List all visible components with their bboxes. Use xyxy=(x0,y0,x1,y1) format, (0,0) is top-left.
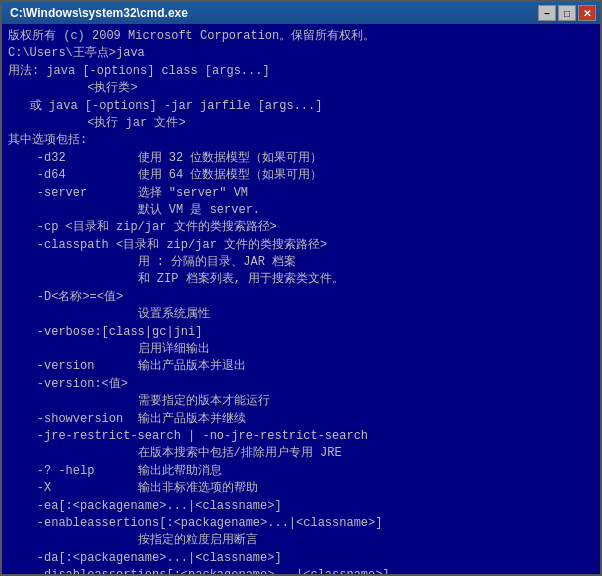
terminal-line: 和 ZIP 档案列表, 用于搜索类文件。 xyxy=(8,271,594,288)
terminal-line: -server 选择 "server" VM xyxy=(8,185,594,202)
window-controls: – □ ✕ xyxy=(538,5,596,21)
terminal-line: 启用详细输出 xyxy=(8,341,594,358)
terminal-line: -d32 使用 32 位数据模型（如果可用） xyxy=(8,150,594,167)
terminal-line: -D<名称>=<值> xyxy=(8,289,594,306)
terminal-line: -disableassertions[:<packagename>...|<cl… xyxy=(8,567,594,574)
terminal-line: 用 : 分隔的目录、JAR 档案 xyxy=(8,254,594,271)
minimize-button[interactable]: – xyxy=(538,5,556,21)
terminal-line: <执行 jar 文件> xyxy=(8,115,594,132)
terminal-line: 需要指定的版本才能运行 xyxy=(8,393,594,410)
terminal-output: 版权所有 (c) 2009 Microsoft Corporation。保留所有… xyxy=(2,24,600,574)
terminal-line: 其中选项包括: xyxy=(8,132,594,149)
terminal-line: -showversion 输出产品版本并继续 xyxy=(8,411,594,428)
terminal-line: 默认 VM 是 server. xyxy=(8,202,594,219)
terminal-line: -ea[:<packagename>...|<classname>] xyxy=(8,498,594,515)
terminal-line: 或 java [-options] -jar jarfile [args...] xyxy=(8,98,594,115)
terminal-line: C:\Users\王亭点>java xyxy=(8,45,594,62)
terminal-line: <执行类> xyxy=(8,80,594,97)
terminal-line: 设置系统属性 xyxy=(8,306,594,323)
terminal-line: 版权所有 (c) 2009 Microsoft Corporation。保留所有… xyxy=(8,28,594,45)
cmd-window: C:\Windows\system32\cmd.exe – □ ✕ 版权所有 (… xyxy=(0,0,602,576)
terminal-line: -d64 使用 64 位数据模型（如果可用） xyxy=(8,167,594,184)
terminal-line: 在版本搜索中包括/排除用户专用 JRE xyxy=(8,445,594,462)
terminal-line: 用法: java [-options] class [args...] xyxy=(8,63,594,80)
terminal-line: -? -help 输出此帮助消息 xyxy=(8,463,594,480)
window-title: C:\Windows\system32\cmd.exe xyxy=(10,6,188,20)
restore-button[interactable]: □ xyxy=(558,5,576,21)
title-bar: C:\Windows\system32\cmd.exe – □ ✕ xyxy=(2,2,600,24)
terminal-line: -version:<值> xyxy=(8,376,594,393)
terminal-line: -classpath <目录和 zip/jar 文件的类搜索路径> xyxy=(8,237,594,254)
terminal-line: -cp <目录和 zip/jar 文件的类搜索路径> xyxy=(8,219,594,236)
terminal-line: -X 输出非标准选项的帮助 xyxy=(8,480,594,497)
terminal-line: 按指定的粒度启用断言 xyxy=(8,532,594,549)
terminal-line: -verbose:[class|gc|jni] xyxy=(8,324,594,341)
terminal-line: -jre-restrict-search | -no-jre-restrict-… xyxy=(8,428,594,445)
terminal-line: -da[:<packagename>...|<classname>] xyxy=(8,550,594,567)
terminal-line: -enableassertions[:<packagename>...|<cla… xyxy=(8,515,594,532)
close-button[interactable]: ✕ xyxy=(578,5,596,21)
terminal-line: -version 输出产品版本并退出 xyxy=(8,358,594,375)
